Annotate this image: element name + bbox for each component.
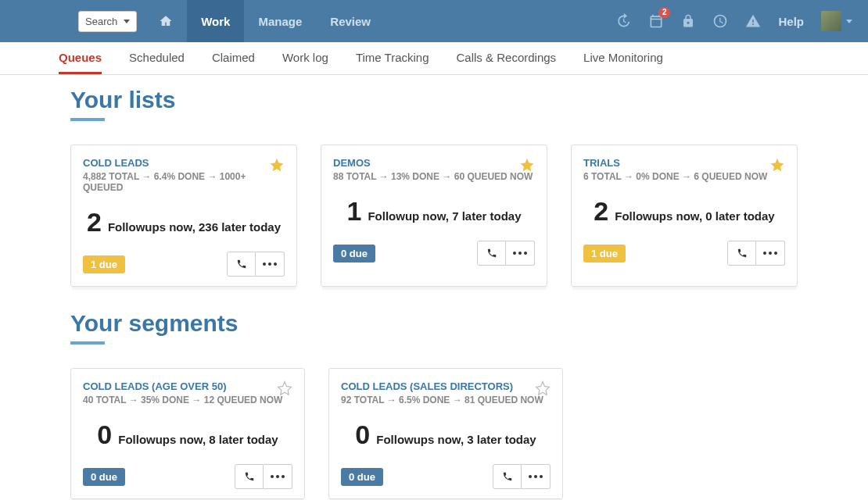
phone-icon xyxy=(244,471,255,482)
more-button[interactable] xyxy=(506,241,535,266)
subnav-scheduled[interactable]: Scheduled xyxy=(129,43,185,74)
subnav: Queues Scheduled Claimed Work log Time T… xyxy=(0,42,868,75)
due-badge[interactable]: 1 due xyxy=(83,255,125,273)
content: Your lists COLD LEADS 4,882 TOTAL → 6.4%… xyxy=(0,75,868,500)
call-button[interactable] xyxy=(477,241,506,266)
call-button[interactable] xyxy=(227,252,256,277)
user-menu[interactable] xyxy=(821,11,852,31)
card-stats: 92 TOTAL → 6.5% DONE → 81 QUEUED NOW xyxy=(341,395,551,405)
section-title-segments: Your segments xyxy=(70,310,798,337)
list-card: TRIALS 6 TOTAL → 0% DONE → 6 QUEUED NOW … xyxy=(571,145,798,287)
phone-icon xyxy=(502,471,513,482)
card-actions xyxy=(493,464,551,489)
calendar-icon[interactable]: 2 xyxy=(648,13,664,29)
card-actions xyxy=(235,464,292,489)
underline xyxy=(70,118,105,121)
card-stats: 88 TOTAL → 13% DONE → 60 QUEUED NOW xyxy=(333,171,535,182)
due-badge[interactable]: 0 due xyxy=(341,468,383,486)
more-button[interactable] xyxy=(264,464,292,489)
nav-review[interactable]: Review xyxy=(316,0,385,42)
followup-line: 0 Followups now, 8 later today xyxy=(83,420,292,450)
star-toggle[interactable] xyxy=(535,380,551,399)
caret-down-icon xyxy=(846,20,852,23)
segments-cards: COLD LEADS (AGE OVER 50) 40 TOTAL → 35% … xyxy=(70,368,798,499)
followup-text: Followups now, 3 later today xyxy=(376,433,536,446)
calendar-badge: 2 xyxy=(658,7,671,18)
topbar: Search Work Manage Review 2 Help xyxy=(0,0,868,42)
subnav-timetracking[interactable]: Time Tracking xyxy=(356,43,429,74)
home-icon xyxy=(159,14,173,28)
followup-text: Followups now, 8 later today xyxy=(118,433,278,446)
phone-icon xyxy=(486,248,497,259)
card-footer: 1 due xyxy=(83,252,285,277)
due-badge[interactable]: 1 due xyxy=(583,245,626,262)
more-icon xyxy=(529,475,543,478)
lock-icon[interactable] xyxy=(681,14,695,28)
card-title: COLD LEADS (SALES DIRECTORS) xyxy=(341,380,551,392)
followup-count: 0 xyxy=(355,420,370,450)
followup-text: Followups now, 0 later today xyxy=(615,209,774,223)
card-footer: 0 due xyxy=(341,464,551,489)
nav-work[interactable]: Work xyxy=(187,0,244,42)
more-button[interactable] xyxy=(522,464,551,489)
card-title: TRIALS xyxy=(583,157,785,169)
segment-card: COLD LEADS (AGE OVER 50) 40 TOTAL → 35% … xyxy=(70,368,305,499)
search-dropdown[interactable]: Search xyxy=(78,11,137,32)
followup-count: 0 xyxy=(97,420,112,450)
more-icon xyxy=(263,262,277,266)
phone-icon xyxy=(737,248,748,259)
card-title: COLD LEADS xyxy=(83,157,285,169)
card-footer: 1 due xyxy=(583,241,785,266)
more-icon xyxy=(513,252,527,255)
help-link[interactable]: Help xyxy=(778,15,804,28)
history-icon[interactable] xyxy=(615,13,631,29)
card-stats: 40 TOTAL → 35% DONE → 12 QUEUED NOW xyxy=(83,395,292,405)
search-label: Search xyxy=(85,16,117,27)
avatar xyxy=(821,11,841,31)
due-badge[interactable]: 0 due xyxy=(333,245,375,262)
card-actions xyxy=(477,241,535,266)
star-toggle[interactable] xyxy=(769,157,785,176)
followup-line: 2 Followups now, 236 later today xyxy=(83,207,285,238)
followup-count: 2 xyxy=(594,196,608,227)
subnav-calls[interactable]: Calls & Recordings xyxy=(457,43,557,74)
card-stats: 6 TOTAL → 0% DONE → 6 QUEUED NOW xyxy=(583,171,785,182)
call-button[interactable] xyxy=(493,464,522,489)
more-button[interactable] xyxy=(756,241,785,266)
star-toggle[interactable] xyxy=(519,157,535,176)
followup-line: 2 Followups now, 0 later today xyxy=(583,196,785,227)
card-actions xyxy=(227,252,285,277)
subnav-claimed[interactable]: Claimed xyxy=(212,43,255,74)
followup-text: Followups now, 236 later today xyxy=(108,220,281,234)
caret-down-icon xyxy=(124,20,130,23)
more-icon xyxy=(763,252,777,255)
card-footer: 0 due xyxy=(83,464,292,489)
due-badge[interactable]: 0 due xyxy=(83,468,125,486)
card-stats: 4,882 TOTAL → 6.4% DONE → 1000+ QUEUED xyxy=(83,171,285,193)
followup-text: Followup now, 7 later today xyxy=(368,209,521,223)
card-actions xyxy=(727,241,785,266)
card-title: DEMOS xyxy=(333,157,535,169)
section-title-lists: Your lists xyxy=(70,87,798,113)
subnav-queues[interactable]: Queues xyxy=(59,43,102,74)
star-toggle[interactable] xyxy=(269,157,285,176)
warning-icon[interactable] xyxy=(745,13,761,29)
star-toggle[interactable] xyxy=(277,380,292,399)
call-button[interactable] xyxy=(727,241,756,266)
segment-card: COLD LEADS (SALES DIRECTORS) 92 TOTAL → … xyxy=(328,368,563,499)
nav-manage[interactable]: Manage xyxy=(244,0,316,42)
underline xyxy=(70,341,105,345)
subnav-livemonitoring[interactable]: Live Monitoring xyxy=(583,43,663,74)
phone-icon xyxy=(236,259,247,270)
more-icon xyxy=(271,475,285,478)
clock-icon[interactable] xyxy=(712,13,728,29)
card-title: COLD LEADS (AGE OVER 50) xyxy=(83,380,292,392)
topbar-right: 2 Help xyxy=(615,11,852,31)
list-card: COLD LEADS 4,882 TOTAL → 6.4% DONE → 100… xyxy=(70,145,297,287)
call-button[interactable] xyxy=(235,464,264,489)
subnav-worklog[interactable]: Work log xyxy=(282,43,328,74)
more-button[interactable] xyxy=(256,252,285,277)
followup-count: 2 xyxy=(87,207,102,238)
card-footer: 0 due xyxy=(333,241,535,266)
nav-home[interactable] xyxy=(145,0,187,42)
